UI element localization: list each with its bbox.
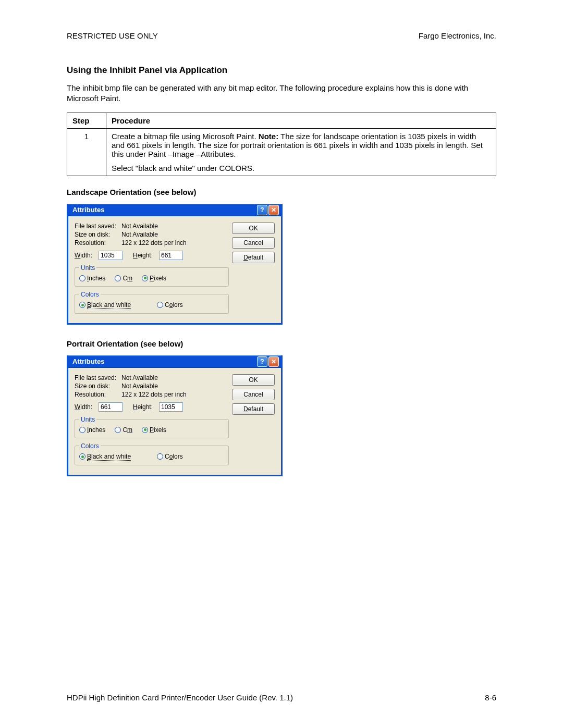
cancel-button[interactable]: Cancel (232, 237, 275, 249)
col-procedure: Procedure (106, 113, 496, 128)
page-header: RESTRICTED USE ONLY Fargo Electronics, I… (67, 31, 496, 40)
info-grid: File last saved:Not Available Size on di… (75, 223, 229, 246)
radio-inches[interactable]: Inches (79, 275, 105, 282)
dialog-title: Attributes (72, 206, 104, 214)
header-left: RESTRICTED USE ONLY (67, 31, 158, 40)
default-button[interactable]: Default (232, 403, 275, 415)
width-input[interactable] (99, 402, 123, 412)
default-button[interactable]: Default (232, 252, 275, 263)
radio-bw[interactable]: Black and white (79, 453, 131, 461)
radio-cm[interactable]: Cm (115, 426, 132, 434)
portrait-subhead: Portrait Orientation (see below) (67, 339, 496, 348)
radio-pixels[interactable]: Pixels (142, 426, 166, 434)
dialog-titlebar: Attributes ? ✕ (68, 355, 281, 368)
colors-group: Colors Black and white Colors (75, 291, 229, 314)
radio-cm[interactable]: Cm (115, 275, 132, 282)
units-group: Units Inches Cm Pixels (75, 416, 229, 438)
width-input[interactable] (99, 251, 123, 260)
height-input[interactable] (159, 402, 183, 412)
radio-colors[interactable]: Colors (157, 301, 183, 309)
radio-pixels[interactable]: Pixels (142, 275, 166, 282)
footer-right: 8-6 (485, 693, 496, 702)
attributes-dialog-landscape: Attributes ? ✕ File last saved:Not Avail… (67, 204, 283, 325)
dialog-titlebar: Attributes ? ✕ (68, 204, 281, 216)
help-icon[interactable]: ? (257, 356, 267, 367)
radio-inches[interactable]: Inches (79, 426, 105, 434)
step-table: Step Procedure 1 Create a bitmap file us… (67, 113, 496, 176)
width-label: Width: (75, 252, 95, 259)
units-group: Units Inches Cm Pixels (75, 264, 229, 287)
step-procedure: Create a bitmap file using Microsoft Pai… (106, 128, 496, 176)
col-step: Step (67, 113, 106, 128)
height-label: Height: (133, 252, 156, 259)
colors-group: Colors Black and white Colors (75, 442, 229, 465)
cancel-button[interactable]: Cancel (232, 389, 275, 400)
ok-button[interactable]: OK (232, 223, 275, 234)
close-icon[interactable]: ✕ (268, 205, 279, 215)
footer-left: HDPii High Definition Card Printer/Encod… (67, 693, 293, 702)
intro-paragraph: The inhibit bmp file can be generated wi… (67, 83, 496, 104)
help-icon[interactable]: ? (257, 205, 267, 215)
dialog-title: Attributes (72, 357, 104, 365)
page-footer: HDPii High Definition Card Printer/Encod… (67, 693, 496, 702)
height-input[interactable] (159, 251, 183, 260)
height-label: Height: (133, 403, 156, 411)
landscape-subhead: Landscape Orientation (see below) (67, 188, 496, 196)
attributes-dialog-portrait: Attributes ? ✕ File last saved:Not Avail… (67, 355, 283, 476)
close-icon[interactable]: ✕ (268, 356, 279, 367)
radio-bw[interactable]: Black and white (79, 301, 131, 309)
info-grid: File last saved:Not Available Size on di… (75, 374, 229, 398)
width-label: Width: (75, 403, 95, 411)
ok-button[interactable]: OK (232, 374, 275, 386)
radio-colors[interactable]: Colors (157, 453, 183, 460)
section-heading: Using the Inhibit Panel via Application (67, 65, 496, 76)
header-right: Fargo Electronics, Inc. (419, 31, 496, 40)
step-number: 1 (67, 128, 106, 176)
